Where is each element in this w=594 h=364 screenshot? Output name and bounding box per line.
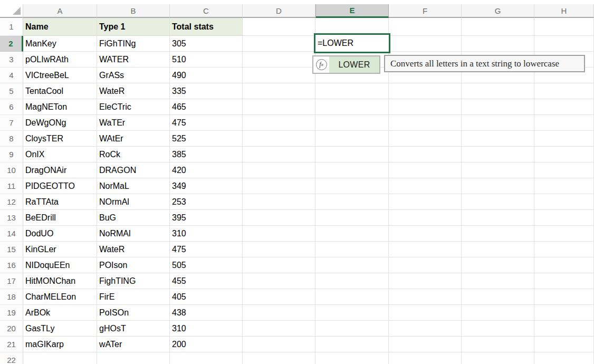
cell-C7[interactable]: 475 (170, 115, 243, 131)
cell-B14[interactable]: NoRMAl (97, 226, 170, 242)
column-header-F[interactable]: F (389, 4, 462, 18)
cell-D1[interactable] (243, 18, 315, 36)
cell-H10[interactable] (534, 162, 594, 178)
cell-D4[interactable] (243, 68, 315, 83)
cell-H2[interactable] (534, 36, 594, 52)
cell-F5[interactable] (389, 83, 462, 99)
cell-B6[interactable]: EleCTric (97, 99, 170, 115)
cell-H12[interactable] (534, 194, 594, 210)
row-header-6[interactable]: 6 (0, 99, 23, 115)
cell-F8[interactable] (389, 131, 462, 147)
cell-G7[interactable] (462, 115, 534, 131)
cell-D11[interactable] (243, 178, 315, 194)
row-header-5[interactable]: 5 (0, 83, 23, 99)
cell-D13[interactable] (243, 210, 315, 226)
cell-C5[interactable]: 335 (170, 83, 243, 99)
cell-B9[interactable]: RoCk (97, 147, 170, 162)
cell-G22[interactable] (462, 352, 534, 364)
row-header-11[interactable]: 11 (0, 178, 23, 194)
cell-F17[interactable] (389, 273, 462, 289)
cell-B11[interactable]: NorMaL (97, 178, 170, 194)
cell-C11[interactable]: 349 (170, 178, 243, 194)
cell-D15[interactable] (243, 242, 315, 257)
row-header-18[interactable]: 18 (0, 289, 23, 305)
active-cell-editor[interactable]: =LOWER (314, 33, 390, 53)
column-header-H[interactable]: H (534, 4, 594, 18)
cell-G12[interactable] (462, 194, 534, 210)
cell-G14[interactable] (462, 226, 534, 242)
cell-F22[interactable] (389, 352, 462, 364)
cell-A15[interactable]: KinGLer (23, 242, 97, 257)
cell-G15[interactable] (462, 242, 534, 257)
cell-A7[interactable]: DeWgONg (23, 115, 97, 131)
cell-B16[interactable]: POIson (97, 257, 170, 273)
cell-G20[interactable] (462, 321, 534, 337)
row-header-12[interactable]: 12 (0, 194, 23, 210)
cell-D16[interactable] (243, 257, 315, 273)
cell-E18[interactable] (315, 289, 389, 305)
cell-B19[interactable]: PoISOn (97, 305, 170, 321)
cell-G21[interactable] (462, 337, 534, 352)
cell-D17[interactable] (243, 273, 315, 289)
cell-H11[interactable] (534, 178, 594, 194)
cell-A19[interactable]: ArBOk (23, 305, 97, 321)
cell-E14[interactable] (315, 226, 389, 242)
cell-B21[interactable]: wATer (97, 337, 170, 352)
cell-D8[interactable] (243, 131, 315, 147)
cell-D14[interactable] (243, 226, 315, 242)
row-header-17[interactable]: 17 (0, 273, 23, 289)
cell-F11[interactable] (389, 178, 462, 194)
cell-C22[interactable] (170, 352, 243, 364)
cell-H9[interactable] (534, 147, 594, 162)
cell-A1[interactable]: Name (23, 18, 97, 36)
cell-D5[interactable] (243, 83, 315, 99)
cell-H22[interactable] (534, 352, 594, 364)
cell-A13[interactable]: BeEDrill (23, 210, 97, 226)
cell-C6[interactable]: 465 (170, 99, 243, 115)
cell-G13[interactable] (462, 210, 534, 226)
cell-C12[interactable]: 253 (170, 194, 243, 210)
cell-B10[interactable]: DRAGON (97, 162, 170, 178)
cell-B15[interactable]: WateR (97, 242, 170, 257)
cell-H16[interactable] (534, 257, 594, 273)
cell-A3[interactable]: pOLIwRAth (23, 52, 97, 68)
cell-A9[interactable]: OnIX (23, 147, 97, 162)
cell-E21[interactable] (315, 337, 389, 352)
cell-C20[interactable]: 310 (170, 321, 243, 337)
cell-F10[interactable] (389, 162, 462, 178)
cell-G16[interactable] (462, 257, 534, 273)
cell-F2[interactable] (389, 36, 462, 52)
cell-F19[interactable] (389, 305, 462, 321)
cell-C1[interactable]: Total stats (170, 18, 243, 36)
cell-C21[interactable]: 200 (170, 337, 243, 352)
cell-C8[interactable]: 525 (170, 131, 243, 147)
cell-C3[interactable]: 510 (170, 52, 243, 68)
cell-D22[interactable] (243, 352, 315, 364)
cell-A4[interactable]: VICtreeBeL (23, 68, 97, 83)
cell-G5[interactable] (462, 83, 534, 99)
cell-C15[interactable]: 475 (170, 242, 243, 257)
cell-A18[interactable]: CharMELEon (23, 289, 97, 305)
cell-E7[interactable] (315, 115, 389, 131)
row-header-2[interactable]: 2 (0, 36, 23, 52)
cell-A5[interactable]: TentaCool (23, 83, 97, 99)
cell-C19[interactable]: 438 (170, 305, 243, 321)
cell-E13[interactable] (315, 210, 389, 226)
row-header-3[interactable]: 3 (0, 52, 23, 68)
cell-H1[interactable] (534, 18, 594, 36)
cell-C10[interactable]: 420 (170, 162, 243, 178)
cell-B22[interactable] (97, 352, 170, 364)
cell-G8[interactable] (462, 131, 534, 147)
cell-A2[interactable]: ManKey (23, 36, 97, 52)
cell-F21[interactable] (389, 337, 462, 352)
cell-D19[interactable] (243, 305, 315, 321)
row-header-21[interactable]: 21 (0, 337, 23, 352)
column-header-C[interactable]: C (170, 4, 243, 18)
cell-D12[interactable] (243, 194, 315, 210)
row-header-7[interactable]: 7 (0, 115, 23, 131)
cell-B12[interactable]: NOrmAl (97, 194, 170, 210)
cell-G1[interactable] (462, 18, 534, 36)
cell-D20[interactable] (243, 321, 315, 337)
cell-G18[interactable] (462, 289, 534, 305)
cell-E16[interactable] (315, 257, 389, 273)
